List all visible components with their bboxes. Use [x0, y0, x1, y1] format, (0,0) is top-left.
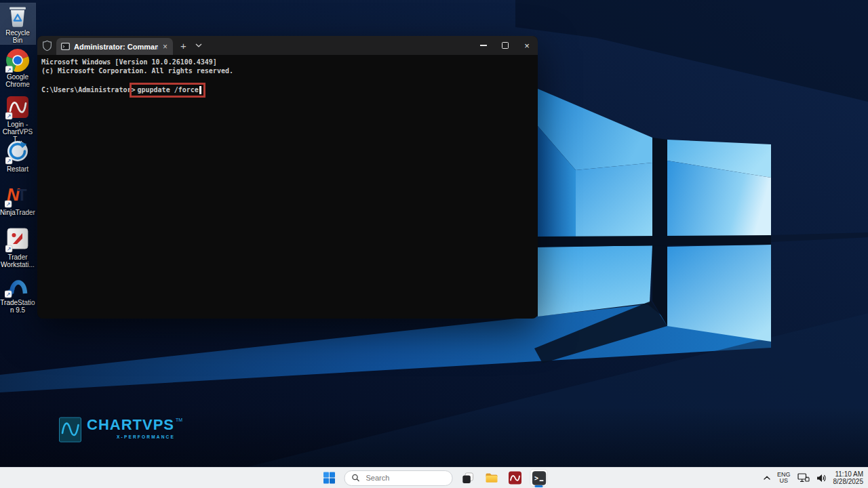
terminal-titlebar[interactable]: Administrator: Command Pro × + ×: [37, 36, 538, 55]
command-highlight-box: gpupdate /force: [130, 83, 205, 98]
desktop-icon-label: Google Chrome: [0, 73, 35, 88]
file-explorer-button[interactable]: [483, 469, 500, 487]
terminal-prompt-icon: >: [532, 471, 546, 485]
desktop-icon-trader-workstation[interactable]: ↗ Trader Workstati...: [0, 228, 35, 268]
minimize-button[interactable]: [473, 36, 494, 55]
command-prompt-icon: [61, 43, 70, 50]
watermark-tm: TM: [176, 418, 182, 422]
terminal-line: Microsoft Windows [Version 10.0.26100.43…: [41, 58, 534, 66]
svg-text:↗: ↗: [7, 66, 12, 73]
desktop-icon-login-chartvps[interactable]: ↗ Login - ChartVPS T...: [0, 96, 35, 143]
tray-date: 8/28/2025: [833, 478, 864, 485]
desktop-icon-tradestation[interactable]: ↗ TradeStation 9.5: [0, 272, 35, 314]
svg-text:↗: ↗: [7, 113, 12, 119]
shortcut-arrow-badge: ↗: [5, 291, 12, 298]
chartvps-watermark: CHARTVPS TM X-PERFORMANCE: [59, 417, 182, 443]
minimize-icon: [480, 45, 487, 46]
trader-workstation-icon: ↗: [0, 228, 35, 253]
tray-expand-button[interactable]: [764, 476, 770, 480]
terminal-app-button[interactable]: >: [530, 469, 548, 487]
search-input[interactable]: [365, 473, 430, 483]
close-button[interactable]: ×: [516, 36, 538, 55]
terminal-cursor: [199, 86, 201, 94]
language-line2: US: [777, 478, 791, 485]
tray-time: 11:10 AM: [833, 470, 864, 478]
ninjatrader-icon: N T ↗: [0, 183, 35, 208]
desktop-icon-restart[interactable]: ↗ Restart: [0, 140, 35, 173]
chevron-up-icon: [764, 476, 770, 480]
svg-text:↗: ↗: [7, 158, 12, 164]
network-button[interactable]: [797, 473, 810, 483]
svg-text:T: T: [17, 186, 27, 204]
taskbar: > ENG US: [0, 467, 868, 488]
desktop-icon-recycle-bin[interactable]: Recycle Bin: [0, 3, 35, 44]
terminal-command: gpupdate /force: [137, 86, 198, 94]
folder-icon: [485, 472, 498, 483]
watermark-brand: CHARTVPS: [87, 417, 174, 433]
shortcut-arrow-badge: ↗: [5, 66, 13, 73]
restart-icon: ↗: [0, 140, 35, 165]
terminal-tab[interactable]: Administrator: Command Pro ×: [56, 38, 173, 55]
volume-button[interactable]: [816, 474, 827, 483]
tray-clock[interactable]: 11:10 AM 8/28/2025: [833, 470, 864, 485]
svg-text:↗: ↗: [6, 291, 11, 298]
tab-title: Administrator: Command Pro: [74, 43, 158, 51]
shortcut-arrow-badge: ↗: [5, 201, 12, 207]
maximize-button[interactable]: [494, 36, 516, 55]
terminal-prompt: C:\Users\Administrator>: [41, 86, 135, 94]
magnifier-icon: [352, 474, 360, 482]
chartvps-app-button[interactable]: [507, 469, 524, 487]
watermark-tagline: X-PERFORMANCE: [117, 434, 182, 439]
windows-start-icon: [323, 472, 336, 484]
start-button[interactable]: [321, 469, 338, 487]
shortcut-arrow-badge: ↗: [5, 245, 12, 252]
tradestation-icon: ↗: [0, 272, 35, 298]
desktop: Recycle Bin ↗ Google Chrome: [0, 0, 868, 488]
task-view-button[interactable]: [459, 469, 477, 487]
desktop-icon-label: Recycle Bin: [0, 29, 35, 44]
terminal-line: (c) Microsoft Corporation. All rights re…: [41, 66, 534, 75]
terminal-prompt-line: C:\Users\Administrator>gpupdate /force: [41, 82, 534, 98]
desktop-icon-label: Restart: [0, 165, 35, 173]
new-tab-button[interactable]: +: [180, 41, 186, 51]
ethernet-monitor-icon: [797, 473, 810, 483]
desktop-icon-google-chrome[interactable]: ↗ Google Chrome: [0, 48, 35, 88]
svg-text:↗: ↗: [7, 246, 12, 252]
speaker-icon: [816, 474, 827, 483]
desktop-icon-ninjatrader[interactable]: N T ↗ NinjaTrader: [0, 183, 35, 216]
recycle-bin-icon: [0, 3, 35, 28]
terminal-output[interactable]: Microsoft Windows [Version 10.0.26100.43…: [37, 55, 538, 100]
shortcut-arrow-badge: ↗: [5, 157, 12, 164]
tab-close-icon[interactable]: ×: [162, 43, 168, 51]
task-view-icon: [462, 472, 473, 484]
svg-text:↗: ↗: [6, 201, 11, 207]
language-indicator[interactable]: ENG US: [777, 472, 791, 485]
admin-shield-icon: [42, 40, 52, 51]
svg-text:>: >: [534, 474, 538, 482]
terminal-window: Administrator: Command Pro × + × Microso…: [37, 36, 538, 319]
chrome-icon: ↗: [0, 48, 35, 73]
chartvps-logo-icon: [59, 417, 81, 443]
close-icon: ×: [524, 41, 530, 50]
chartvps-wave-icon: [509, 471, 522, 485]
desktop-icon-label: Trader Workstati...: [0, 253, 35, 268]
maximize-icon: [502, 42, 509, 49]
tab-dropdown-chevron-icon[interactable]: [195, 43, 202, 47]
desktop-icon-label: TradeStation 9.5: [0, 299, 35, 314]
desktop-icon-label: NinjaTrader: [0, 209, 35, 216]
shortcut-arrow-badge: ↗: [5, 113, 12, 119]
chartvps-red-icon: ↗: [0, 96, 35, 120]
taskbar-search[interactable]: [344, 470, 453, 486]
